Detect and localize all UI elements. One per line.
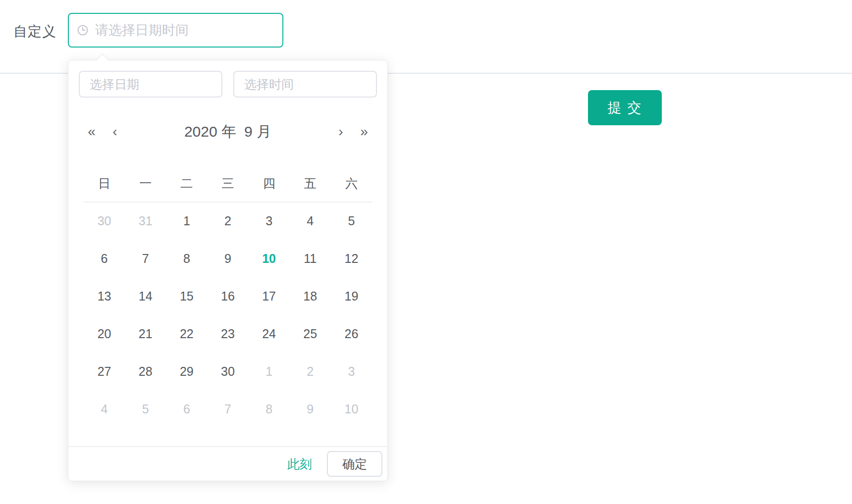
date-label: 6 bbox=[101, 252, 108, 265]
date-cell[interactable]: 22 bbox=[166, 315, 207, 353]
next-month-button[interactable]: › bbox=[334, 114, 347, 149]
date-label: 10 bbox=[262, 252, 276, 265]
date-cell[interactable]: 4 bbox=[290, 202, 331, 240]
calendar-table: 日 一 二 三 四 五 六 30 31 1 2 3 4 5 bbox=[84, 165, 372, 428]
date-cell[interactable]: 23 bbox=[207, 315, 248, 353]
date-label: 7 bbox=[142, 252, 149, 265]
date-cell[interactable]: 30 bbox=[207, 353, 248, 390]
date-input-field[interactable] bbox=[90, 77, 212, 92]
weekday-mon: 一 bbox=[125, 165, 166, 202]
datetime-input-field[interactable] bbox=[95, 23, 274, 38]
time-input[interactable] bbox=[233, 71, 377, 98]
date-cell[interactable]: 3 bbox=[249, 202, 290, 240]
date-label: 1 bbox=[183, 214, 190, 228]
now-button[interactable]: 此刻 bbox=[284, 456, 315, 472]
time-input-field[interactable] bbox=[244, 77, 366, 92]
date-cell[interactable]: 1 bbox=[166, 202, 207, 240]
picker-input-row bbox=[79, 71, 377, 98]
submit-button[interactable]: 提 交 bbox=[588, 90, 662, 125]
prev-year-button[interactable]: « bbox=[85, 114, 98, 149]
month-label[interactable]: 9 月 bbox=[244, 122, 271, 142]
date-label: 27 bbox=[98, 364, 111, 378]
date-label: 30 bbox=[98, 214, 111, 228]
date-cell[interactable]: 5 bbox=[125, 390, 166, 428]
date-label: 29 bbox=[180, 364, 194, 378]
date-cell[interactable]: 7 bbox=[125, 240, 166, 277]
date-cell[interactable]: 25 bbox=[290, 315, 331, 353]
date-label: 8 bbox=[266, 402, 272, 416]
date-cell[interactable]: 31 bbox=[125, 202, 166, 240]
date-cell[interactable]: 21 bbox=[125, 315, 166, 353]
date-cell[interactable]: 5 bbox=[331, 202, 372, 240]
date-cell[interactable]: 2 bbox=[207, 202, 248, 240]
date-cell[interactable]: 20 bbox=[84, 315, 125, 353]
date-label: 13 bbox=[98, 289, 111, 303]
date-label: 7 bbox=[224, 402, 231, 416]
date-label: 4 bbox=[307, 214, 314, 228]
prev-month-button[interactable]: ‹ bbox=[108, 114, 121, 149]
next-year-button[interactable]: » bbox=[358, 114, 371, 149]
date-cell[interactable]: 8 bbox=[166, 240, 207, 277]
date-cell[interactable]: 12 bbox=[331, 240, 372, 277]
datetime-picker-panel: « ‹ 2020 年 9 月 › » 日 一 二 三 四 五 六 30 bbox=[68, 60, 388, 481]
date-label: 10 bbox=[345, 402, 359, 416]
date-cell[interactable]: 15 bbox=[166, 277, 207, 315]
date-label: 4 bbox=[101, 402, 108, 416]
weekday-row: 日 一 二 三 四 五 六 bbox=[84, 165, 372, 202]
date-cell[interactable]: 27 bbox=[84, 353, 125, 390]
date-label: 5 bbox=[348, 214, 355, 228]
date-cell[interactable]: 13 bbox=[84, 277, 125, 315]
date-label: 28 bbox=[139, 364, 153, 378]
weekday-fri: 五 bbox=[290, 165, 331, 202]
date-cell[interactable]: 2 bbox=[290, 353, 331, 390]
date-cell[interactable]: 6 bbox=[84, 240, 125, 277]
date-cell[interactable]: 30 bbox=[84, 202, 125, 240]
date-cell[interactable]: 18 bbox=[290, 277, 331, 315]
date-cell[interactable]: 8 bbox=[249, 390, 290, 428]
date-label: 6 bbox=[183, 402, 190, 416]
clock-icon bbox=[77, 24, 89, 36]
date-cell[interactable]: 14 bbox=[125, 277, 166, 315]
date-label: 5 bbox=[142, 402, 149, 416]
weekday-tue: 二 bbox=[166, 165, 207, 202]
date-cell[interactable]: 6 bbox=[166, 390, 207, 428]
date-cell[interactable]: 10 bbox=[331, 390, 372, 428]
date-cell-selected[interactable]: 10 bbox=[249, 240, 290, 277]
date-cell[interactable]: 28 bbox=[125, 353, 166, 390]
date-cell[interactable]: 26 bbox=[331, 315, 372, 353]
popover-arrow bbox=[96, 53, 108, 66]
date-label: 31 bbox=[139, 214, 153, 228]
year-label[interactable]: 2020 年 bbox=[184, 122, 236, 142]
week-row: 13 14 15 16 17 18 19 bbox=[84, 277, 372, 315]
date-input[interactable] bbox=[79, 71, 222, 98]
date-cell[interactable]: 17 bbox=[249, 277, 290, 315]
date-cell[interactable]: 19 bbox=[331, 277, 372, 315]
date-cell[interactable]: 7 bbox=[207, 390, 248, 428]
week-row: 27 28 29 30 1 2 3 bbox=[84, 353, 372, 390]
date-cell[interactable]: 29 bbox=[166, 353, 207, 390]
date-label: 25 bbox=[303, 327, 317, 341]
confirm-button[interactable]: 确定 bbox=[327, 451, 382, 477]
date-label: 12 bbox=[345, 252, 359, 265]
date-cell[interactable]: 24 bbox=[249, 315, 290, 353]
date-cell[interactable]: 9 bbox=[290, 390, 331, 428]
date-label: 9 bbox=[224, 252, 231, 265]
datetime-input[interactable] bbox=[68, 13, 283, 48]
date-label: 2 bbox=[307, 364, 314, 378]
date-cell[interactable]: 16 bbox=[207, 277, 248, 315]
date-label: 19 bbox=[345, 289, 359, 303]
calendar-header: « ‹ 2020 年 9 月 › » bbox=[68, 114, 387, 149]
date-label: 15 bbox=[180, 289, 194, 303]
date-cell[interactable]: 1 bbox=[249, 353, 290, 390]
weekday-wed: 三 bbox=[207, 165, 248, 202]
date-label: 16 bbox=[221, 289, 235, 303]
date-label: 20 bbox=[98, 327, 111, 341]
date-cell[interactable]: 9 bbox=[207, 240, 248, 277]
date-cell[interactable]: 4 bbox=[84, 390, 125, 428]
date-cell[interactable]: 11 bbox=[290, 240, 331, 277]
week-row: 6 7 8 9 10 11 12 bbox=[84, 240, 372, 277]
date-cell[interactable]: 3 bbox=[331, 353, 372, 390]
date-label: 8 bbox=[183, 252, 190, 265]
weekday-sat: 六 bbox=[331, 165, 372, 202]
custom-range-label: 自定义 bbox=[13, 22, 56, 41]
